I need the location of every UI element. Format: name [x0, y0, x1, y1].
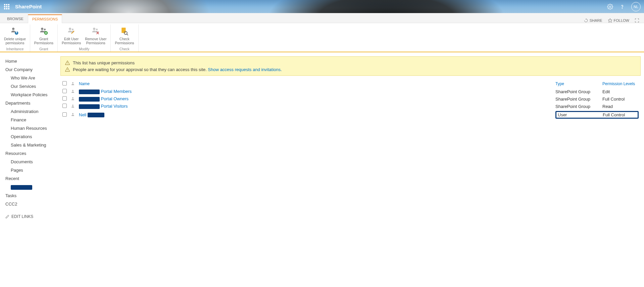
nav-sales-marketing[interactable]: Sales & Marketing [5, 141, 58, 149]
nav-finance[interactable]: Finance [5, 116, 58, 124]
svg-marker-11 [608, 18, 612, 22]
delete-unique-icon [10, 26, 19, 36]
focus-button[interactable] [635, 18, 639, 23]
type-header[interactable]: Type [553, 80, 600, 88]
svg-point-19 [93, 28, 95, 30]
table-row: Nell UserFull Control [60, 110, 641, 120]
svg-point-12 [12, 28, 15, 30]
principal-link[interactable]: Portal Members [79, 89, 132, 94]
level-cell: Edit [600, 88, 641, 95]
svg-point-23 [72, 82, 73, 83]
nav-tasks[interactable]: Tasks [5, 191, 58, 200]
nav-our-company[interactable]: Our Company [5, 65, 58, 74]
check-permissions-button[interactable]: CheckPermissions [113, 25, 136, 46]
select-all-checkbox[interactable] [62, 81, 67, 85]
suite-bar: SharePoint NL [0, 0, 644, 13]
main-content: This list has unique permissions People … [60, 52, 644, 224]
row-checkbox[interactable] [62, 112, 67, 117]
help-icon [619, 4, 625, 10]
nav-ccc2[interactable]: CCC2 [5, 200, 58, 208]
nav-departments[interactable]: Departments [5, 99, 58, 107]
svg-rect-0 [4, 4, 5, 5]
svg-rect-1 [6, 4, 7, 5]
ribbon-group-inheritance: Delete uniquepermissions Inheritance [0, 24, 30, 52]
delete-unique-permissions-button[interactable]: Delete uniquepermissions [2, 25, 28, 46]
notif-approval-text: People are waiting for your approval so … [73, 67, 282, 72]
focus-icon [635, 18, 639, 23]
svg-point-9 [609, 6, 611, 7]
user-icon [71, 89, 75, 93]
brand-label[interactable]: SharePoint [15, 4, 42, 9]
svg-rect-8 [8, 8, 9, 9]
svg-point-27 [72, 113, 73, 114]
tab-permissions[interactable]: PERMISSIONS [28, 14, 62, 23]
type-cell: SharePoint Group [553, 103, 600, 110]
svg-point-25 [72, 97, 73, 99]
principal-link[interactable]: Nell [79, 112, 104, 117]
user-icon [71, 104, 75, 108]
user-initials: NL [634, 5, 638, 9]
nav-who-we-are[interactable]: Who We Are [5, 74, 58, 82]
svg-rect-5 [8, 6, 9, 7]
svg-point-20 [96, 28, 98, 30]
nav-workplace-policies[interactable]: Workplace Policies [5, 91, 58, 99]
permissions-table: Name Type Permission Levels Portal Membe… [60, 80, 641, 120]
nav-pages[interactable]: Pages [5, 166, 58, 174]
principal-link[interactable]: Portal Visitors [79, 104, 128, 109]
check-icon [120, 26, 129, 36]
svg-point-17 [69, 28, 71, 30]
warning-icon [65, 67, 70, 72]
ribbon-group-check: CheckPermissions Check [111, 24, 138, 52]
ribbon-group-label: Check [113, 47, 136, 51]
access-requests-link[interactable]: Show access requests and invitations. [208, 67, 282, 72]
nav-our-services[interactable]: Our Services [5, 82, 58, 91]
nav-documents[interactable]: Documents [5, 158, 58, 166]
tab-browse[interactable]: BROWSE [3, 14, 28, 23]
nav-operations[interactable]: Operations [5, 132, 58, 141]
nav-administration[interactable]: Administration [5, 107, 58, 116]
type-cell: SharePoint Group [553, 95, 600, 103]
help-button[interactable] [619, 4, 625, 10]
grant-icon [39, 26, 48, 36]
user-header-icon [71, 81, 75, 85]
nav-home[interactable]: Home [5, 57, 58, 65]
star-icon [608, 18, 612, 23]
edit-links-button[interactable]: EDIT LINKS [5, 214, 58, 219]
user-avatar[interactable]: NL [631, 2, 641, 11]
share-button[interactable]: SHARE [584, 18, 602, 23]
row-checkbox[interactable] [62, 96, 67, 101]
table-row: Portal MembersSharePoint GroupEdit [60, 88, 641, 95]
level-header[interactable]: Permission Levels [600, 80, 641, 88]
svg-rect-7 [6, 8, 7, 9]
ribbon-group-modify: Edit UserPermissions Remove UserPermissi… [58, 24, 111, 52]
app-launcher-button[interactable] [0, 0, 13, 13]
nav-recent-redacted[interactable] [5, 183, 58, 191]
nav-recent[interactable]: Recent [5, 174, 58, 183]
notif-unique-text: This list has unique permissions [73, 60, 135, 65]
nav-human-resources[interactable]: Human Resources [5, 124, 58, 132]
svg-point-10 [622, 8, 622, 8]
settings-button[interactable] [607, 4, 613, 10]
type-cell: SharePoint Group [553, 88, 600, 95]
level-cell: Full Control [600, 95, 641, 103]
remove-user-permissions-button[interactable]: Remove UserPermissions [83, 25, 108, 46]
svg-point-18 [71, 28, 73, 30]
left-nav: Home Our Company Who We Are Our Services… [0, 52, 60, 224]
remove-user-icon [91, 26, 100, 36]
edit-user-permissions-button[interactable]: Edit UserPermissions [60, 25, 83, 46]
nav-resources[interactable]: Resources [5, 149, 58, 158]
user-icon [71, 112, 75, 116]
ribbon-group-label: Modify [60, 47, 108, 51]
name-header[interactable]: Name [77, 80, 553, 88]
gear-icon [607, 4, 613, 10]
grant-permissions-button[interactable]: GrantPermissions [32, 25, 55, 46]
row-checkbox[interactable] [62, 89, 67, 93]
ribbon-group-label: Inheritance [2, 47, 28, 51]
svg-point-26 [72, 105, 73, 106]
principal-link[interactable]: Portal Owners [79, 96, 129, 101]
ribbon-group-grant: GrantPermissions Grant [30, 24, 58, 52]
row-checkbox[interactable] [62, 104, 67, 108]
svg-rect-2 [8, 4, 9, 5]
ribbon-tabs: BROWSE PERMISSIONS SHARE FOLLOW [0, 13, 644, 23]
follow-button[interactable]: FOLLOW [608, 18, 629, 23]
